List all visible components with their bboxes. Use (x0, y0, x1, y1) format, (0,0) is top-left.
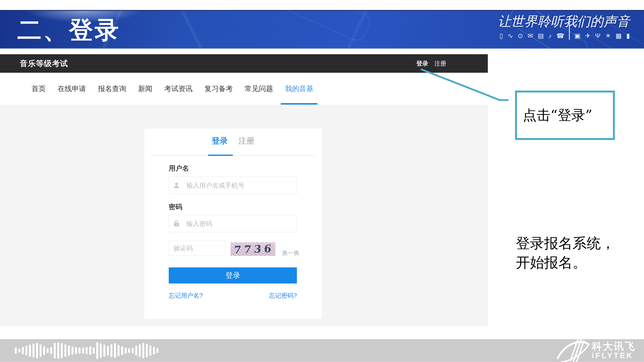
airplane-icon: ✈ (585, 32, 590, 39)
topbar-login-link[interactable]: 登录 (416, 59, 428, 67)
soundwave-bar (43, 346, 45, 355)
username-input[interactable] (169, 177, 297, 194)
soundwave-bar (78, 347, 80, 354)
soundwave-bar (54, 343, 56, 359)
forgot-username-link[interactable]: 忘记用户名? (169, 292, 203, 300)
soundwave-bar (103, 345, 105, 357)
forgot-password-link[interactable]: 忘记密码? (269, 292, 297, 300)
topbar-register-link[interactable]: 注册 (434, 59, 446, 67)
soundwave-logo (15, 339, 158, 362)
tv-icon: ▤ (538, 32, 544, 39)
brand-slogan-block: 让世界聆听我们的声音 ▯∿⊙✉▤♪☎▣✈Ψ☀▦▮ (475, 14, 630, 40)
soundwave-bar (93, 347, 95, 354)
password-label: 密码 (169, 202, 182, 211)
forgot-links-row: 忘记用户名? 忘记密码? (169, 292, 297, 300)
lock-icon (173, 220, 180, 227)
soundwave-bar (18, 349, 20, 353)
soundwave-bar (22, 347, 24, 355)
login-submit-button[interactable]: 登录 (169, 267, 297, 284)
login-card: 登录 注册 用户名 密码 7736 换一换 登录 (144, 129, 322, 319)
soundwave-bar (124, 347, 126, 354)
soundwave-bar (100, 343, 102, 358)
slide: 二、登录 让世界聆听我们的声音 ▯∿⊙✉▤♪☎▣✈Ψ☀▦▮ 音乐等级考试 登录 … (0, 0, 644, 362)
tab-divider (152, 155, 315, 156)
user-icon (173, 182, 180, 189)
nav-item-exam-info[interactable]: 考试资讯 (164, 73, 192, 105)
search-icon: ⊙ (518, 32, 523, 39)
site-brand: 音乐等级考试 (20, 54, 68, 73)
tab-login[interactable]: 登录 (212, 135, 228, 146)
cart-icon: ▦ (616, 32, 622, 39)
circuit-decoration (272, 10, 373, 43)
nav-item-home[interactable]: 首页 (32, 73, 46, 105)
slide-note-line2: 开始报名。 (516, 253, 615, 272)
soundwave-bar (89, 346, 91, 355)
page-content: 登录 注册 用户名 密码 7736 换一换 登录 (0, 105, 488, 326)
nav-active-underline (281, 103, 318, 105)
soundwave-bar (36, 343, 38, 359)
mail-icon: ✉ (528, 32, 533, 39)
soundwave-bar (29, 345, 31, 357)
soundwave-bar (114, 343, 116, 358)
iflytek-logo: 科大讯飞 iFLYTEK (556, 339, 636, 362)
soundwave-bar (121, 346, 123, 355)
section-banner: 二、登录 让世界聆听我们的声音 ▯∿⊙✉▤♪☎▣✈Ψ☀▦▮ (0, 10, 644, 49)
tab-active-underline (208, 155, 233, 156)
nav-item-my-yinji[interactable]: 我的音基 (285, 73, 313, 105)
password-input[interactable] (169, 215, 297, 232)
soundwave-bar (146, 344, 148, 358)
nav-item-online-apply[interactable]: 在线申请 (58, 73, 86, 105)
soundwave-bar (57, 342, 59, 359)
soundwave-bar (135, 346, 137, 356)
iflytek-en-text: iFLYTEK (592, 351, 636, 360)
soundwave-bar (47, 348, 48, 353)
slogan-calligraphy: 让世界聆听我们的声音 (475, 14, 630, 29)
chat-icon: ▣ (574, 32, 580, 39)
username-label: 用户名 (169, 164, 189, 173)
waveform-icon: ∿ (508, 32, 513, 39)
nav-item-faq[interactable]: 常见问题 (245, 73, 273, 105)
captcha-digits: 7736 (231, 242, 275, 256)
soundwave-bar (26, 346, 27, 356)
auth-links: 登录 注册 (416, 54, 446, 73)
iflytek-swoosh-icon (556, 339, 590, 362)
soundwave-bar (150, 345, 151, 356)
soundwave-bar (86, 347, 88, 354)
slide-note: 登录报名系统， 开始报名。 (516, 234, 615, 272)
main-navigation: 首页 在线申请 报名查询 新闻 考试资讯 复习备考 常见问题 我的音基 (0, 73, 488, 105)
soundwave-bar (142, 343, 144, 359)
captcha-input[interactable] (169, 241, 226, 256)
section-title: 二、登录 (18, 18, 120, 42)
soundwave-bar (153, 347, 155, 355)
soundwave-bar (68, 346, 70, 356)
captcha-refresh-link[interactable]: 换一换 (282, 249, 300, 257)
slide-footer: 科大讯飞 iFLYTEK (0, 339, 644, 362)
soundwave-bar (50, 347, 52, 354)
nav-item-news[interactable]: 新闻 (138, 73, 152, 105)
soundwave-bar (75, 347, 77, 354)
site-topbar: 音乐等级考试 登录 注册 (0, 54, 488, 73)
soundwave-bar (96, 342, 98, 359)
divider (569, 20, 570, 40)
soundwave-bar (118, 345, 120, 356)
soundwave-bar (64, 344, 66, 357)
nav-item-registration-query[interactable]: 报名查询 (98, 73, 126, 105)
soundwave-bar (15, 347, 17, 354)
slogan-icon-row: ▯∿⊙✉▤♪☎▣✈Ψ☀▦▮ (500, 32, 630, 40)
fuel-pump-icon: ▮ (626, 32, 630, 39)
soundwave-bar (82, 348, 84, 354)
soundwave-bar (128, 348, 130, 353)
tab-register[interactable]: 注册 (238, 135, 254, 146)
soundwave-bar (132, 348, 134, 354)
soundwave-bar (61, 343, 63, 358)
sun-icon: ☀ (605, 32, 611, 39)
annotation-box: 点击“登录” (515, 91, 615, 140)
music-note-icon: ♪ (548, 32, 552, 39)
soundwave-bar (139, 344, 141, 357)
phone-icon: ☎ (556, 32, 564, 39)
nav-item-review[interactable]: 复习备考 (204, 73, 233, 105)
soundwave-bar (72, 347, 74, 355)
annotation-text: 点击“登录” (517, 106, 592, 125)
login-tabs: 登录 注册 (144, 135, 322, 146)
captcha-image[interactable]: 7736 (230, 242, 275, 256)
